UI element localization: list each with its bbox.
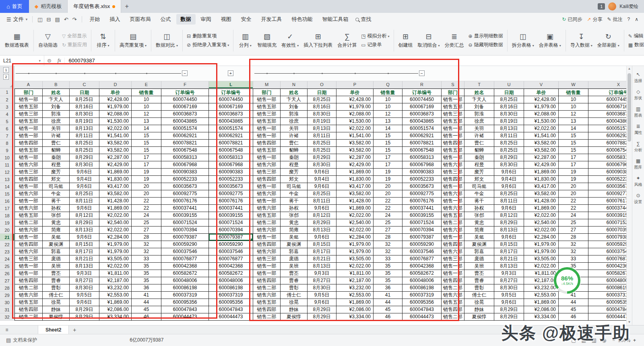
- cell-F22[interactable]: 600059290: [161, 241, 209, 248]
- zoom-out-button[interactable]: −: [612, 338, 615, 343]
- cell-B5[interactable]: 徐庶: [43, 118, 70, 125]
- cell-U13[interactable]: 9月4日: [494, 176, 524, 183]
- cell-E29[interactable]: 41: [132, 292, 161, 299]
- cell-W13[interactable]: 19: [559, 176, 588, 183]
- cell-E22[interactable]: 32: [132, 241, 161, 248]
- ribbon-text-to-columns-button[interactable]: ▥分列▾: [236, 31, 254, 50]
- row-header-32[interactable]: 32: [0, 313, 14, 321]
- cell-Q21[interactable]: 28: [374, 234, 402, 241]
- cell-X10[interactable]: 600058313: [588, 154, 626, 161]
- menu-tab-特色功能[interactable]: 特色功能: [287, 14, 317, 25]
- cell-O13[interactable]: 9月4日: [308, 176, 336, 183]
- cell-A32[interactable]: 销售二部: [14, 313, 43, 321]
- cell-V3[interactable]: ¥1,979.00: [524, 103, 559, 111]
- column-header-X[interactable]: X: [588, 81, 626, 89]
- cell-U7[interactable]: 8月11日: [494, 132, 524, 140]
- cell-E15[interactable]: 20: [132, 190, 161, 198]
- ribbon-hide-detail-button[interactable]: ⊖隐藏明细数据: [467, 41, 505, 49]
- cell-P15[interactable]: ¥3,582.00: [336, 190, 374, 198]
- cell-W32[interactable]: 46: [559, 313, 588, 321]
- cell-S25[interactable]: 销售一部: [442, 263, 464, 270]
- row-header-7[interactable]: 7: [0, 132, 14, 140]
- cell-M2[interactable]: 销售一部: [253, 96, 281, 103]
- cell-D26[interactable]: ¥1,811.00: [99, 270, 132, 277]
- cell-D5[interactable]: ¥1,530.00: [99, 118, 132, 125]
- cell-W1[interactable]: 销售量: [559, 89, 588, 96]
- cell-A3[interactable]: 销售五部: [14, 103, 43, 111]
- cell-E28[interactable]: 36: [132, 284, 161, 292]
- cell-V15[interactable]: ¥3,582.00: [524, 190, 559, 198]
- cell-N12[interactable]: 糜芳: [281, 169, 308, 176]
- cell-F2[interactable]: 600074450: [161, 96, 209, 103]
- cell-L21[interactable]: 600079387: [209, 234, 253, 241]
- cell-P25[interactable]: ¥2,022.00: [336, 263, 374, 270]
- cell-A27[interactable]: 销售四部: [14, 277, 43, 284]
- cell-S10[interactable]: 销售一部: [442, 154, 464, 161]
- sheet-list-button[interactable]: ≡: [0, 325, 14, 334]
- cell-U20[interactable]: 8月13日: [494, 227, 524, 234]
- cell-D17[interactable]: ¥1,869.00: [99, 205, 132, 212]
- cell-E27[interactable]: 35: [132, 277, 161, 284]
- cell-N31[interactable]: 静妹: [281, 306, 308, 313]
- cell-N24[interactable]: 庞德: [281, 255, 308, 263]
- ribbon-pivot-table-button[interactable]: ▦数据透视表: [3, 31, 31, 50]
- cell-M10[interactable]: 销售一部: [253, 154, 281, 161]
- cell-L20[interactable]: 600070394: [209, 227, 253, 234]
- cell-R7[interactable]: 600062921: [402, 132, 442, 140]
- file-menu-button[interactable]: ☰文件▾: [3, 16, 31, 23]
- cell-L10[interactable]: 600058313: [209, 154, 253, 161]
- cell-V19[interactable]: ¥2,540.00: [524, 219, 559, 227]
- cell-O30[interactable]: 9月6日: [308, 299, 336, 306]
- cell-C15[interactable]: 8月25日: [70, 190, 99, 198]
- cell-R13[interactable]: 600052233: [402, 176, 442, 183]
- cell-N7[interactable]: 许褚: [281, 132, 308, 140]
- row-header-3[interactable]: 3: [0, 103, 14, 111]
- cell-O21[interactable]: 9月6日: [308, 234, 336, 241]
- cell-A25[interactable]: 销售一部: [14, 263, 43, 270]
- cell-A16[interactable]: 销售一部: [14, 198, 43, 205]
- cell-V28[interactable]: ¥3,232.00: [524, 284, 559, 292]
- cell-W6[interactable]: 14: [559, 125, 588, 132]
- cell-V13[interactable]: ¥1,830.00: [524, 176, 559, 183]
- cell-A24[interactable]: 销售三部: [14, 255, 43, 263]
- cell-L24[interactable]: 600076877: [209, 255, 253, 263]
- cell-B7[interactable]: 许褚: [43, 132, 70, 140]
- row-header-12[interactable]: 12: [0, 169, 14, 176]
- cell-R4[interactable]: 600036873: [402, 111, 442, 118]
- cell-R27[interactable]: 600048006: [402, 277, 442, 284]
- column-header-O[interactable]: O: [308, 81, 336, 89]
- menu-tab-插入[interactable]: 插入: [105, 14, 125, 25]
- cell-O19[interactable]: 8月29日: [308, 219, 336, 227]
- row-header-23[interactable]: 23: [0, 248, 14, 255]
- cell-X26[interactable]: 600582672: [588, 270, 626, 277]
- cell-C11[interactable]: 8月30日: [70, 161, 99, 169]
- cell-V32[interactable]: ¥3,334.00: [524, 313, 559, 321]
- cell-S24[interactable]: 销售三部: [442, 255, 464, 263]
- row-header-13[interactable]: 13: [0, 176, 14, 183]
- cell-M16[interactable]: 销售一部: [253, 198, 281, 205]
- cell-B31[interactable]: 静妹: [43, 306, 70, 313]
- cell-X7[interactable]: 600062921: [588, 132, 626, 140]
- cell-R26[interactable]: 600582672: [402, 270, 442, 277]
- cell-Q29[interactable]: 41: [374, 292, 402, 299]
- cell-X24[interactable]: 600076877: [588, 255, 626, 263]
- cell-U1[interactable]: 日期: [494, 89, 524, 96]
- cell-R1[interactable]: 订单编号: [402, 89, 442, 96]
- cell-M6[interactable]: 销售一部: [253, 125, 281, 132]
- cell-W24[interactable]: 33: [559, 255, 588, 263]
- cell-U19[interactable]: 8月29日: [494, 219, 524, 227]
- menu-tab-开始[interactable]: 开始: [85, 14, 105, 25]
- side-panel-gallery[interactable]: ▦图库: [634, 158, 643, 169]
- column-header-D[interactable]: D: [99, 81, 132, 89]
- cell-A21[interactable]: 销售一部: [14, 234, 43, 241]
- cell-D27[interactable]: ¥2,187.00: [99, 277, 132, 284]
- add-sheet-button[interactable]: +: [69, 325, 80, 334]
- cell-B15[interactable]: 牛金: [43, 190, 70, 198]
- cell-R15[interactable]: 600092775: [402, 190, 442, 198]
- cell-E31[interactable]: 45: [132, 306, 161, 313]
- outline-level-1-button[interactable]: 1: [3, 67, 9, 73]
- ribbon-edit-mode-button[interactable]: ✎编辑: [627, 32, 644, 40]
- cell-C19[interactable]: 8月29日: [70, 219, 99, 227]
- cell-U27[interactable]: 8月27日: [494, 277, 524, 284]
- cell-F5[interactable]: 600043865: [161, 118, 209, 125]
